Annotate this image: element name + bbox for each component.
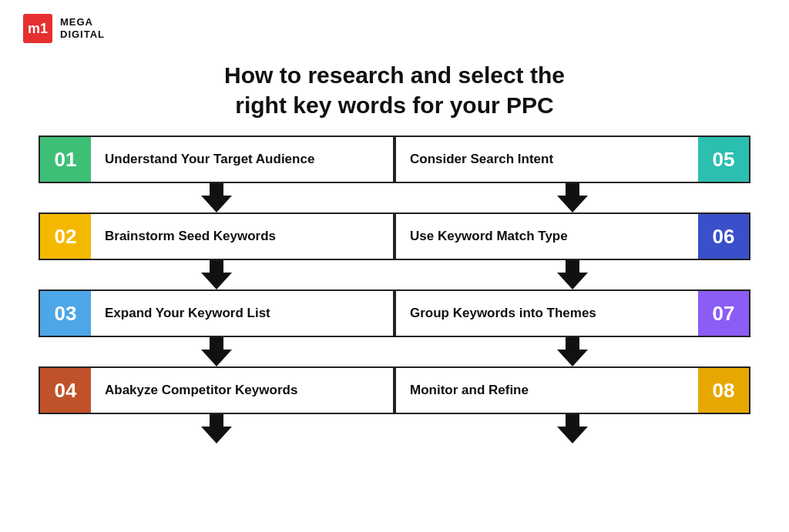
step-badge-02: 02 [39,212,91,260]
arrow-head [201,273,232,289]
left-step-block-2: 02Brainstorm Seed Keywords [39,212,394,289]
right-arrow-3 [394,337,750,366]
arrow-down-icon [201,183,232,212]
page-title: How to research and select the right key… [0,57,789,136]
arrow-stem [210,260,223,273]
step-badge-07: 07 [698,289,750,337]
right-step-row-2: Use Keyword Match Type06 [394,212,750,260]
arrow-stem [566,260,579,273]
arrow-stem [210,414,223,427]
step-badge-06: 06 [698,212,750,260]
arrow-head [557,273,588,289]
right-step-block-2: Use Keyword Match Type06 [394,212,750,289]
left-column: 01Understand Your Target Audience 02Brai… [39,136,394,443]
left-arrow-last [39,414,394,443]
step-label-08: Monitor and Refine [394,366,698,414]
logo-icon: m1 [28,21,48,37]
columns: 01Understand Your Target Audience 02Brai… [0,136,789,443]
step-label-05: Consider Search Intent [394,136,698,183]
left-arrow-2 [39,260,394,289]
step-badge-08: 08 [698,366,750,414]
step-label-01: Understand Your Target Audience [91,136,394,183]
arrow-stem [566,337,579,350]
step-label-02: Brainstorm Seed Keywords [91,212,394,260]
arrow-down-icon [557,337,588,366]
right-step-row-4: Monitor and Refine08 [394,366,750,414]
left-arrow-3 [39,337,394,366]
left-step-row-3: 03Expand Your Keyword List [39,289,394,337]
step-label-04: Abakyze Competitor Keywords [91,366,394,414]
right-arrow-1 [394,183,750,212]
left-step-row-1: 01Understand Your Target Audience [39,136,394,183]
arrow-head [201,196,232,212]
step-label-03: Expand Your Keyword List [91,289,394,337]
logo-area: m1 MEGA DIGITAL [0,0,789,57]
step-badge-03: 03 [39,289,91,337]
arrow-down-icon [557,260,588,289]
right-step-row-3: Group Keywords into Themes07 [394,289,750,337]
arrow-stem [210,183,223,196]
arrow-down-icon [201,414,232,443]
right-step-block-3: Group Keywords into Themes07 [394,289,750,366]
arrow-head [557,350,588,366]
left-step-row-4: 04Abakyze Competitor Keywords [39,366,394,414]
right-step-row-1: Consider Search Intent05 [394,136,750,183]
step-label-06: Use Keyword Match Type [394,212,698,260]
arrow-stem [566,414,579,427]
logo-box: m1 [23,14,52,43]
step-badge-04: 04 [39,366,91,414]
arrow-head [201,427,232,443]
arrow-head [557,427,588,443]
arrow-down-icon [201,337,232,366]
arrow-head [557,196,588,212]
arrow-head [201,350,232,366]
arrow-down-icon [201,260,232,289]
arrow-down-icon [557,183,588,212]
left-step-block-3: 03Expand Your Keyword List [39,289,394,366]
left-step-block-4: 04Abakyze Competitor Keywords [39,366,394,443]
arrow-down-icon [557,414,588,443]
left-arrow-1 [39,183,394,212]
step-label-07: Group Keywords into Themes [394,289,698,337]
step-badge-01: 01 [39,136,91,183]
arrow-stem [210,337,223,350]
left-step-row-2: 02Brainstorm Seed Keywords [39,212,394,260]
right-column: Consider Search Intent05 Use Keyword Mat… [394,136,750,443]
right-step-block-4: Monitor and Refine08 [394,366,750,443]
right-arrow-2 [394,260,750,289]
left-step-block-1: 01Understand Your Target Audience [39,136,394,212]
right-arrow-last [394,414,750,443]
step-badge-05: 05 [698,136,750,183]
logo-text: MEGA DIGITAL [60,16,105,40]
arrow-stem [566,183,579,196]
right-step-block-1: Consider Search Intent05 [394,136,750,212]
